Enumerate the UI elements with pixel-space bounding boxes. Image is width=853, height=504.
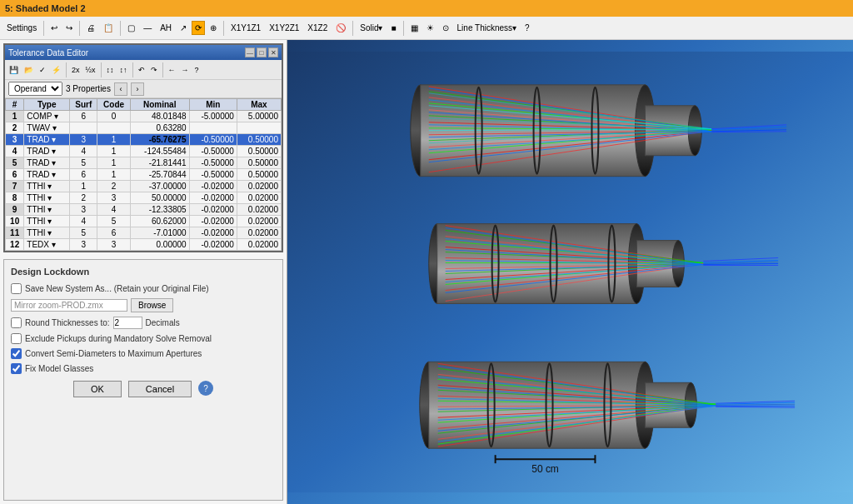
tde-sep4 (162, 62, 163, 77)
help-button[interactable]: ? (198, 381, 213, 396)
tde-run-btn[interactable]: ⚡ (49, 64, 63, 76)
line-tool[interactable]: — (140, 21, 155, 35)
tde-sep1 (66, 62, 67, 77)
tde-table: # Type Surf Code Nominal Min Max 1COMP ▾… (5, 98, 282, 251)
fix-model-label: Fix Model Glasses (25, 364, 93, 373)
tde-next-btn[interactable]: → (179, 64, 192, 76)
design-lockdown-buttons: OK Cancel ? (11, 381, 276, 397)
viewport-svg: 50 cm (287, 40, 853, 504)
tolerance-data-editor: Tolerance Data Editor — □ ✕ 💾 📂 ✓ ⚡ 2x ½… (3, 43, 283, 252)
tde-close-button[interactable]: ✕ (268, 47, 278, 57)
convert-semi-checkbox[interactable] (11, 348, 22, 359)
arrow-tool[interactable]: ↗ (177, 21, 190, 35)
toolbar-separator (352, 21, 353, 36)
decimals-label: Decimals (146, 318, 180, 327)
main-toolbar: Settings ↩ ↪ 🖨 📋 ▢ — AH ↗ ⟳ ⊕ X1Y1Z1 X1Y… (0, 17, 853, 40)
col-header-nominal: Nominal (130, 99, 189, 111)
toolbar-separator (403, 21, 404, 36)
nav-next-button[interactable]: › (131, 82, 144, 96)
tde-prev-btn[interactable]: ← (166, 64, 178, 76)
properties-label: 3 Properties (66, 84, 111, 93)
save-new-system-label: Save New System As... (Retain your Origi… (25, 284, 209, 293)
col-header-code: Code (97, 99, 130, 111)
rotate-tool[interactable]: ⟳ (192, 21, 205, 35)
line-thickness-button[interactable]: Line Thickness ▾ (454, 21, 521, 35)
settings-button[interactable]: Settings (3, 21, 40, 35)
col-header-type: Type (24, 99, 70, 111)
ok-button[interactable]: OK (73, 381, 122, 397)
design-lockdown: Design Lockdown Save New System As... (R… (3, 259, 283, 501)
print-button[interactable]: 🖨 (83, 21, 98, 35)
help-main-button[interactable]: ? (521, 21, 533, 35)
filename-row: Browse (11, 298, 276, 312)
render-style-button[interactable]: Solid ▾ (357, 21, 386, 35)
round-thicknesses-row: Round Thicknesses to: Decimals (11, 317, 276, 329)
exclude-pickups-row: Exclude Pickups during Mandatory Solve R… (11, 333, 276, 344)
convert-semi-label: Convert Semi-Diameters to Maximum Apertu… (25, 349, 202, 358)
round-decimals-input[interactable] (113, 317, 142, 329)
copy-button[interactable]: 📋 (100, 21, 117, 35)
block-button[interactable]: 🚫 (332, 21, 349, 35)
tde-help-btn[interactable]: ? (192, 64, 202, 76)
nav-prev-button[interactable]: ‹ (114, 82, 127, 96)
tde-sort-btn[interactable]: ↕↕ (104, 64, 117, 76)
x1y2-button[interactable]: X1Y2Z1 (266, 21, 302, 35)
tde-check-btn[interactable]: ✓ (37, 64, 48, 76)
x1y1-button[interactable]: X1Y1Z1 (227, 21, 264, 35)
redo-button[interactable]: ↪ (62, 21, 76, 35)
tde-minimize-button[interactable]: — (245, 47, 255, 57)
select-tool[interactable]: ▢ (124, 21, 138, 35)
tde-sep2 (101, 62, 102, 77)
save-new-system-row: Save New System As... (Retain your Origi… (11, 283, 276, 294)
window-title: 5: Shaded Model 2 (5, 3, 86, 13)
convert-semi-row: Convert Semi-Diameters to Maximum Apertu… (11, 348, 276, 359)
save-new-system-checkbox[interactable] (11, 283, 22, 294)
design-lockdown-title: Design Lockdown (11, 267, 276, 277)
zoom-tool[interactable]: ⊕ (207, 21, 220, 35)
solid-button[interactable]: ■ (387, 21, 399, 35)
tde-up-btn[interactable]: ↕↑ (117, 64, 130, 76)
tde-redo-btn[interactable]: ↷ (148, 64, 160, 76)
col-header-max: Max (237, 99, 281, 111)
tde-undo-btn[interactable]: ↶ (136, 64, 147, 76)
tde-sep3 (132, 62, 133, 77)
toolbar-separator (43, 21, 44, 36)
tde-toolbar: 💾 📂 ✓ ⚡ 2x ½x ↕↕ ↕↑ ↶ ↷ ← → ? (5, 60, 282, 80)
tde-save-btn[interactable]: 💾 (7, 64, 21, 76)
round-thicknesses-label: Round Thicknesses to: (25, 318, 110, 327)
appearance-button[interactable]: ☀ (423, 21, 437, 35)
cancel-button[interactable]: Cancel (128, 381, 192, 397)
tde-half-btn[interactable]: ½x (83, 64, 98, 76)
clock-button[interactable]: ⊙ (439, 21, 452, 35)
tde-2x-btn[interactable]: 2x (69, 64, 82, 76)
tde-maximize-button[interactable]: □ (257, 47, 267, 57)
toolbar-separator (223, 21, 224, 36)
toolbar-separator (120, 21, 121, 36)
layers-button[interactable]: ▦ (407, 21, 422, 35)
tde-operand-bar: Operand 3 Properties ‹ › (5, 80, 282, 98)
x1z2-button[interactable]: X1Z2 (304, 21, 331, 35)
text-tool[interactable]: AH (157, 21, 175, 35)
tde-titlebar: Tolerance Data Editor — □ ✕ (5, 45, 282, 60)
viewport: 50 cm (287, 40, 853, 504)
fix-model-checkbox[interactable] (11, 363, 22, 374)
titlebar: 5: Shaded Model 2 (0, 0, 853, 17)
svg-rect-41 (437, 224, 637, 304)
svg-rect-75 (429, 362, 646, 448)
settings-label: Settings (7, 23, 37, 32)
fix-model-row: Fix Model Glasses (11, 363, 276, 374)
col-header-min: Min (189, 99, 237, 111)
undo-button[interactable]: ↩ (47, 21, 61, 35)
left-panel: Tolerance Data Editor — □ ✕ 💾 📂 ✓ ⚡ 2x ½… (0, 40, 287, 504)
svg-text:50 cm: 50 cm (531, 463, 559, 475)
tde-titlebar-buttons: — □ ✕ (245, 47, 278, 57)
round-thicknesses-checkbox[interactable] (11, 317, 22, 328)
operand-dropdown[interactable]: Operand (8, 82, 62, 96)
content-area: Tolerance Data Editor — □ ✕ 💾 📂 ✓ ⚡ 2x ½… (0, 40, 853, 504)
filename-input[interactable] (11, 299, 127, 312)
tde-open-btn[interactable]: 📂 (22, 64, 36, 76)
exclude-pickups-checkbox[interactable] (11, 333, 22, 344)
col-header-num: # (6, 99, 24, 111)
browse-button[interactable]: Browse (131, 298, 173, 312)
toolbar-separator (79, 21, 80, 36)
